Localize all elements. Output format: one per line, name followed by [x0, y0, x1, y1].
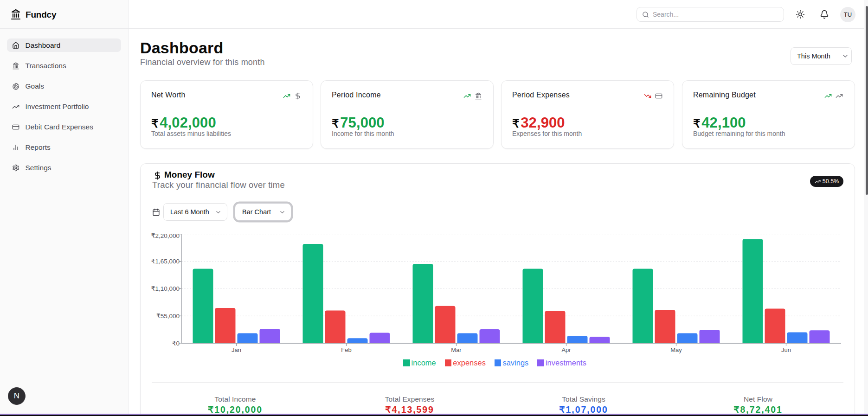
svg-text:Jan: Jan: [231, 346, 241, 353]
svg-text:₹1,65,000: ₹1,65,000: [151, 258, 180, 265]
svg-text:Apr: Apr: [561, 346, 571, 353]
svg-text:Mar: Mar: [451, 346, 462, 353]
svg-text:₹1,10,000: ₹1,10,000: [151, 285, 180, 292]
svg-text:Jun: Jun: [781, 346, 791, 353]
svg-text:₹0: ₹0: [172, 340, 180, 347]
svg-text:May: May: [670, 346, 682, 353]
svg-text:₹55,000: ₹55,000: [156, 313, 180, 320]
svg-text:Feb: Feb: [341, 346, 351, 353]
svg-text:₹2,20,000: ₹2,20,000: [151, 232, 180, 239]
